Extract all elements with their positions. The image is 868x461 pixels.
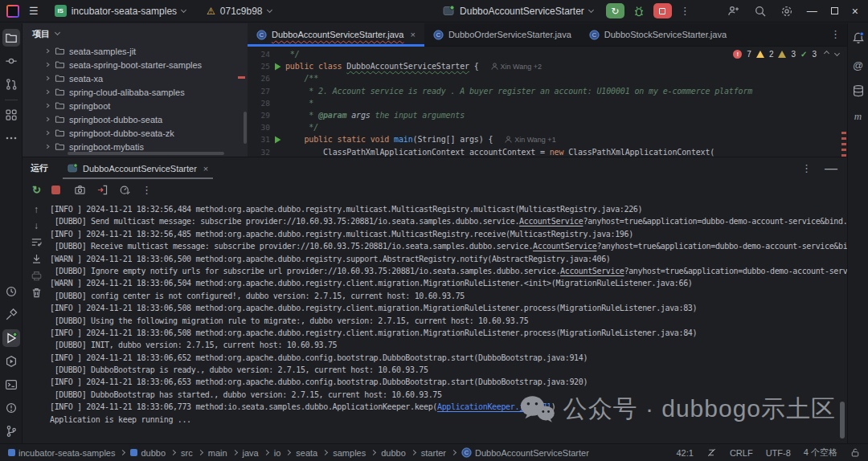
stop-button[interactable] bbox=[51, 186, 60, 194]
close-icon[interactable]: × bbox=[203, 164, 208, 173]
console-scrollbar[interactable] bbox=[840, 402, 845, 439]
run-panel-more-icon[interactable]: ⋮ bbox=[801, 162, 812, 174]
vcs-branch-widget[interactable]: ⚠ 071c9b98 bbox=[202, 3, 276, 19]
debug-bug-icon[interactable] bbox=[633, 5, 645, 18]
down-stack-trace-icon[interactable]: ↓ bbox=[34, 220, 39, 231]
line-separator[interactable]: CRLF bbox=[730, 448, 753, 458]
console-more-icon[interactable]: ⋮ bbox=[141, 184, 152, 196]
close-icon[interactable]: × bbox=[410, 30, 415, 39]
run-line-icon[interactable] bbox=[270, 63, 285, 71]
chevron-right-icon[interactable] bbox=[45, 116, 51, 122]
horizontal-scrollbar[interactable] bbox=[68, 152, 224, 155]
tree-item[interactable]: seata-xa bbox=[23, 71, 248, 85]
commit-tool-button[interactable] bbox=[2, 52, 20, 70]
run-button[interactable]: ↻ bbox=[606, 3, 624, 18]
file-encoding[interactable]: UTF-8 bbox=[766, 448, 791, 458]
indent-setting[interactable]: 4 个空格 bbox=[804, 447, 837, 459]
chevron-right-icon[interactable] bbox=[45, 144, 51, 149]
chevron-right-icon[interactable] bbox=[45, 48, 51, 54]
database-button[interactable] bbox=[850, 82, 867, 100]
more-actions-icon[interactable]: ⋮ bbox=[680, 5, 690, 17]
maven-button[interactable]: m bbox=[850, 108, 867, 125]
line-number: 25 bbox=[248, 62, 270, 71]
tree-item[interactable]: seata-samples-jit bbox=[23, 44, 248, 58]
notifications-button[interactable] bbox=[850, 29, 867, 47]
git-tool-button[interactable] bbox=[2, 422, 20, 440]
breadcrumb-item[interactable]: CDubboAccountServiceStarter bbox=[461, 447, 589, 458]
run-play-icon bbox=[5, 332, 18, 345]
unlock-icon[interactable] bbox=[850, 447, 860, 458]
settings-gear-icon[interactable] bbox=[780, 5, 793, 18]
editor-tab[interactable]: CDubboOrderServiceStarter.java bbox=[424, 23, 580, 46]
clear-all-trash-icon[interactable] bbox=[31, 287, 43, 299]
inspections-widget[interactable]: ! 7 2 3 ✓ 3 bbox=[733, 50, 839, 59]
rerun-button[interactable]: ↻ bbox=[32, 184, 41, 196]
breadcrumb-item[interactable]: incubator-seata-samples bbox=[8, 448, 115, 458]
run-line-icon[interactable] bbox=[270, 136, 285, 144]
minimize-button[interactable]: — bbox=[807, 5, 817, 17]
breadcrumb-item[interactable]: java bbox=[243, 448, 259, 458]
caret-position[interactable]: 42:1 bbox=[676, 448, 693, 458]
editor-tab[interactable]: CDubboAccountServiceStarter.java× bbox=[248, 23, 424, 46]
next-problem-icon[interactable] bbox=[834, 50, 840, 55]
project-selector[interactable]: IS incubator-seata-samples bbox=[50, 2, 190, 19]
code-with-me-icon[interactable] bbox=[727, 5, 740, 18]
services-tool-button[interactable] bbox=[2, 353, 20, 370]
thread-dump-camera-icon[interactable] bbox=[74, 184, 86, 196]
idea-logo-icon[interactable] bbox=[6, 5, 19, 18]
up-stack-trace-icon[interactable]: ↑ bbox=[34, 204, 39, 215]
exit-icon[interactable] bbox=[96, 184, 108, 196]
run-configuration-selector[interactable]: DubboAccountServiceStarter bbox=[438, 2, 598, 19]
print-icon[interactable] bbox=[31, 270, 43, 282]
chevron-right-icon[interactable] bbox=[45, 75, 51, 81]
chevron-right-icon[interactable] bbox=[45, 103, 51, 108]
tree-item[interactable]: springboot-dubbo-seata bbox=[23, 112, 248, 126]
breadcrumb-item[interactable]: io bbox=[274, 448, 281, 458]
console-text: [DUBBO] Receive multicast message: subsc… bbox=[50, 242, 533, 251]
tab-list-more-icon[interactable]: ⋮ bbox=[830, 28, 841, 40]
breadcrumb-item[interactable]: main bbox=[208, 448, 227, 458]
breadcrumb-item[interactable]: dubbo bbox=[381, 448, 406, 458]
chevron-down-icon[interactable] bbox=[55, 30, 60, 35]
highlighting-level-icon[interactable] bbox=[706, 447, 717, 458]
tree-item[interactable]: springboot-dubbo-seata-zk bbox=[23, 126, 248, 140]
pull-requests-tool-button[interactable] bbox=[2, 75, 20, 93]
structure-tool-button[interactable] bbox=[2, 106, 20, 124]
search-icon[interactable] bbox=[754, 5, 767, 18]
breadcrumb-item[interactable]: dubbo bbox=[130, 448, 166, 458]
problems-tool-button[interactable] bbox=[2, 399, 20, 417]
tree-item[interactable]: springboot bbox=[23, 99, 248, 112]
chevron-right-icon[interactable] bbox=[45, 62, 51, 67]
stop-button[interactable] bbox=[653, 3, 672, 18]
tree-item[interactable]: seata-spring-boot-starter-samples bbox=[23, 58, 248, 71]
soft-wrap-icon[interactable] bbox=[31, 236, 43, 248]
author-annotation[interactable]: Xin Wang +1 bbox=[505, 136, 555, 144]
tree-item-label: spring-cloud-alibaba-samples bbox=[69, 88, 185, 97]
hamburger-menu-icon[interactable]: ☰ bbox=[29, 5, 39, 17]
breadcrumb-item[interactable]: src bbox=[181, 448, 193, 458]
tree-item[interactable]: spring-cloud-alibaba-samples bbox=[23, 85, 248, 99]
terminal-tool-button[interactable] bbox=[2, 376, 20, 394]
breadcrumb-item[interactable]: seata bbox=[296, 448, 317, 458]
hide-panel-icon[interactable]: — bbox=[825, 161, 837, 176]
close-button[interactable]: × bbox=[852, 5, 858, 18]
run-tab[interactable]: DubboAccountServiceStarter × bbox=[63, 157, 213, 179]
gauge-icon[interactable] bbox=[119, 184, 131, 196]
more-tool-windows-button[interactable] bbox=[2, 129, 20, 147]
project-tool-button[interactable] bbox=[2, 29, 20, 47]
maximize-button[interactable] bbox=[831, 7, 838, 14]
breadcrumb-item[interactable]: samples bbox=[333, 448, 366, 458]
breadcrumb-separator bbox=[411, 450, 416, 455]
vertical-scrollbar[interactable] bbox=[244, 112, 247, 144]
run-tool-button[interactable] bbox=[2, 329, 20, 347]
prev-problem-icon[interactable] bbox=[824, 50, 829, 55]
chevron-right-icon[interactable] bbox=[45, 130, 51, 136]
profiler-tool-button[interactable] bbox=[2, 283, 20, 300]
ai-assistant-button[interactable]: @ bbox=[850, 56, 867, 74]
breadcrumb-item[interactable]: starter bbox=[421, 448, 446, 458]
author-annotation[interactable]: Xin Wang +2 bbox=[491, 63, 542, 71]
editor-tab[interactable]: CDubboStockServiceStarter.java bbox=[580, 23, 735, 46]
chevron-right-icon[interactable] bbox=[45, 89, 51, 95]
scroll-to-end-icon[interactable] bbox=[31, 253, 43, 265]
build-tool-button[interactable] bbox=[2, 306, 20, 324]
